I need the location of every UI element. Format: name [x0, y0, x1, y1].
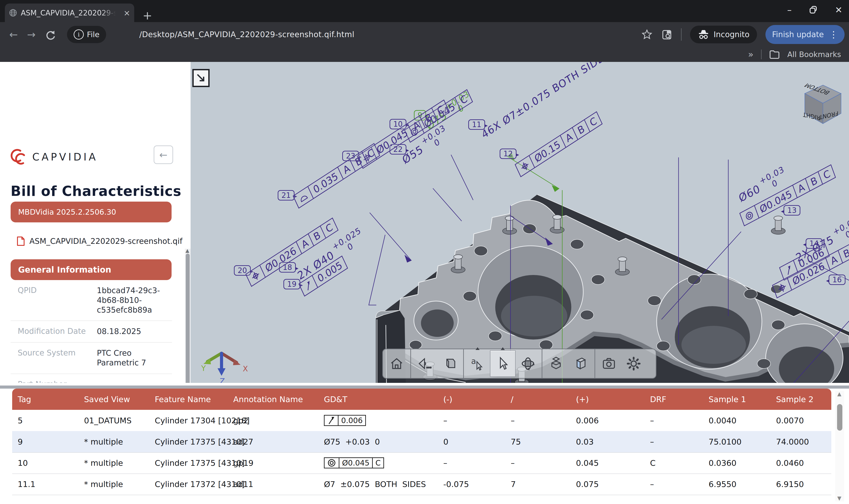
cell-plus: 0.03 — [576, 431, 594, 452]
divider — [0, 383, 849, 385]
capvidia-logo-icon — [10, 148, 28, 166]
window-minimize-button[interactable]: – — [787, 5, 792, 15]
column-header-feature-name[interactable]: Feature Name — [155, 389, 211, 410]
cell-slash: 7 — [511, 473, 516, 495]
table-row-9[interactable]: 9* multipleCylinder 17375 [4310]ad27Ø75 … — [12, 431, 831, 453]
column-header-gd-t[interactable]: GD&T — [324, 389, 347, 410]
characteristics-table: TagSaved ViewFeature NameAnnotation Name… — [0, 389, 849, 504]
version-badge: MBDVidia 2025.2.2506.30 — [11, 202, 171, 222]
cell-minus: – — [443, 452, 447, 473]
cell-annotation: gp2 — [233, 410, 249, 431]
sidebar-back-button[interactable]: ← — [153, 145, 173, 164]
bookmarks-right-cluster: » All Bookmarks — [748, 47, 841, 62]
annotation-balloon-21[interactable]: 21 — [278, 190, 294, 200]
incognito-badge: Incognito — [690, 26, 757, 43]
column-header-saved-view[interactable]: Saved View — [84, 389, 130, 410]
column-header-sample-2[interactable]: Sample 2 — [776, 389, 813, 410]
table-scrollbar-thumb[interactable] — [837, 404, 842, 431]
qif-file-item[interactable]: ASM_CAPVIDIA_2202029-screenshot.qif — [17, 236, 182, 246]
page-title: Bill of Characteristics — [11, 183, 181, 199]
file-scheme-chip[interactable]: i File — [67, 26, 106, 43]
cell-tag: 5 — [18, 410, 23, 431]
capvidia-wordmark: CAPVIDIA — [32, 151, 98, 163]
column-header-sample-1[interactable]: Sample 1 — [709, 389, 746, 410]
info-icon[interactable]: i — [74, 30, 84, 40]
info-row: Modification Date 08.18.2025 — [11, 321, 172, 343]
bookmarks-divider — [761, 50, 762, 59]
horizontal-scrollbar[interactable] — [0, 385, 849, 389]
cell-minus: 0 — [443, 431, 448, 452]
scroll-up-icon[interactable]: ▲ — [185, 248, 189, 253]
tab-close-icon[interactable]: × — [124, 8, 130, 17]
new-tab-button[interactable]: + — [143, 9, 152, 22]
back-icon[interactable]: ← — [9, 29, 18, 40]
cell-sample2: 0.0460 — [776, 452, 804, 473]
cell-sample2: 6.9150 — [776, 473, 804, 495]
bookmark-star-icon[interactable] — [641, 29, 653, 40]
globe-favicon — [9, 8, 17, 17]
info-label: Source System — [11, 343, 97, 374]
cell-gdt: Ø7 ±0.075 BOTH SIDES — [324, 473, 426, 495]
cell-tag: 10 — [18, 452, 28, 473]
capvidia-logo: CAPVIDIA — [10, 148, 98, 166]
reading-mode-icon[interactable] — [661, 29, 672, 40]
column-header-annotation-name[interactable]: Annotation Name — [233, 389, 303, 410]
bookmarks-overflow-icon[interactable]: » — [748, 49, 754, 59]
cell-gdt: Ø0.045C — [324, 452, 384, 473]
bookmarks-bar — [0, 47, 849, 62]
info-value: PTC Creo Parametric 7 — [97, 343, 170, 374]
column-header--[interactable]: (-) — [443, 389, 452, 410]
table-row-5[interactable]: 501_DATUMSCylinder 17304 [10218]gp20.006… — [12, 410, 831, 432]
3d-viewer[interactable]: BOTTOM RIGHT FRONT Y X Z — [191, 62, 849, 383]
all-bookmarks-label[interactable]: All Bookmarks — [787, 50, 841, 59]
finish-update-label: Finish update — [772, 30, 824, 39]
finish-update-button[interactable]: Finish update ⋮ — [765, 25, 845, 44]
window-restore-button[interactable] — [809, 5, 818, 14]
forward-icon[interactable]: → — [27, 29, 36, 40]
cell-plus: 0.045 — [576, 452, 599, 473]
table-scrollbar[interactable]: ▲ ▼ — [835, 391, 844, 501]
cell-drf: C — [650, 452, 655, 473]
cell-gdt: Ø75 +0.03 0 — [324, 431, 380, 452]
column-header--[interactable]: (+) — [576, 389, 589, 410]
cell-minus: – — [443, 410, 447, 431]
window-close-button[interactable]: ✕ — [835, 5, 842, 15]
table-row-10[interactable]: 10* multipleCylinder 17375 [4310]gp19Ø0.… — [12, 452, 831, 474]
cell-feature: Cylinder 17372 [4310] — [155, 473, 245, 495]
annotation-balloon-16[interactable]: 16 — [829, 274, 846, 285]
annotation-balloon-19[interactable]: 19 — [284, 279, 300, 289]
browser-menu-icon[interactable]: ⋮ — [829, 30, 838, 40]
cell-tag: 9 — [18, 431, 23, 452]
annotation-balloon-13[interactable]: 13 — [783, 205, 800, 216]
cell-annotation: gp19 — [233, 452, 254, 473]
gdt-annotation-21[interactable]: 0.035ABC — [293, 143, 380, 209]
info-row: QPID 1bbcad74-29c3-4b68-8b10-c535efc8b89… — [11, 280, 172, 321]
table-header-row: TagSaved ViewFeature NameAnnotation Name… — [12, 389, 831, 410]
cell-minus: -0.075 — [443, 473, 469, 495]
tab-title: ASM_CAPVIDIA_2202029-scree — [21, 8, 116, 17]
scroll-up-icon[interactable]: ▲ — [837, 391, 841, 397]
cell-feature: Cylinder 17375 [4310] — [155, 431, 245, 452]
table-row-11.1[interactable]: 11.1* multipleCylinder 17372 [4310]ad11Ø… — [12, 473, 831, 495]
cell-plus: 0.075 — [576, 473, 599, 495]
cell-drf: – — [650, 410, 654, 431]
column-header--[interactable]: / — [511, 389, 513, 410]
info-row: Source System PTC Creo Parametric 7 — [11, 343, 172, 374]
browser-tab[interactable]: ASM_CAPVIDIA_2202029-scree × — [5, 3, 134, 22]
cell-sample2: 0.0070 — [776, 410, 804, 431]
gdt-annotation-12[interactable]: Ø0.15ABC — [515, 111, 602, 177]
address-bar-url[interactable]: /Desktop/ASM_CAPVIDIA_2202029-screenshot… — [139, 30, 355, 39]
toolbar-divider — [681, 28, 682, 41]
column-header-tag[interactable]: Tag — [18, 389, 31, 410]
scroll-down-icon[interactable]: ▼ — [837, 495, 841, 501]
cell-sample1: 0.0360 — [709, 452, 737, 473]
column-header-drf[interactable]: DRF — [650, 389, 666, 410]
cell-saved_view: * multiple — [84, 452, 123, 473]
document-icon — [17, 236, 25, 246]
reload-icon[interactable] — [45, 29, 56, 40]
general-information-header[interactable]: General Information — [11, 259, 171, 280]
tab-strip: ASM_CAPVIDIA_2202029-scree × + – ✕ — [0, 0, 849, 22]
annotation-balloon-12[interactable]: 12 — [500, 148, 517, 159]
info-label: QPID — [11, 280, 97, 321]
info-value: 1bbcad74-29c3-4b68-8b10-c535efc8b89a — [97, 280, 170, 321]
